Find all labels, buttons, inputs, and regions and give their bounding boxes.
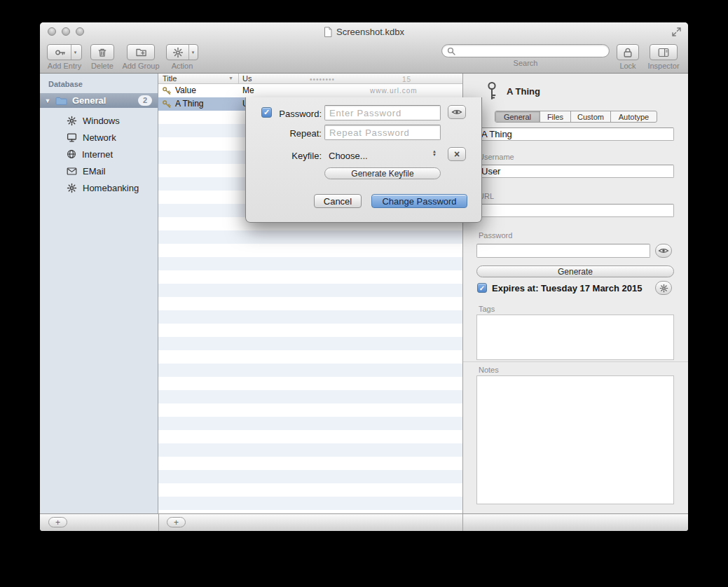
entry-list-empty-row — [158, 257, 462, 270]
column-header-username[interactable]: Us — [242, 74, 252, 83]
gear-icon — [67, 116, 77, 126]
toolbar-add-entry[interactable]: ▼ Add Entry — [46, 44, 83, 70]
cancel-button[interactable]: Cancel — [314, 194, 362, 208]
sidebar-item-label: EMail — [83, 166, 106, 177]
entry-list-empty-row — [158, 497, 462, 510]
keyfile-popup-button[interactable]: Choose... — [329, 151, 368, 161]
generate-password-button[interactable]: Generate — [476, 265, 674, 277]
inspector-panel-icon[interactable] — [650, 44, 678, 60]
dialog-reveal-password-button[interactable] — [448, 105, 466, 119]
dialog-password-input[interactable] — [324, 105, 441, 120]
entry-list-empty-row — [158, 457, 462, 470]
add-entry-plus-button[interactable]: + — [167, 517, 186, 527]
toolbar-add-group[interactable]: Add Group — [123, 44, 159, 70]
chevron-down-icon[interactable]: ▼ — [188, 45, 198, 60]
tab-autotype[interactable]: Autotype — [611, 111, 657, 122]
notes-label: Notes — [479, 366, 499, 374]
entry-list-empty-row — [158, 430, 462, 443]
tab-custom[interactable]: Custom — [571, 111, 611, 122]
peek-url: www.url.com — [370, 87, 418, 95]
gear-icon — [659, 284, 668, 293]
tags-field[interactable] — [476, 315, 674, 360]
entry-list-empty-row — [158, 310, 462, 324]
add-entry-label: Add Entry — [48, 62, 81, 70]
inspector-tabs: General Files Custom Autotype — [495, 111, 657, 123]
inspector-panel: A Thing General Files Custom Autotype Us… — [462, 74, 688, 513]
toolbar-action[interactable]: ▼ Action — [165, 44, 199, 70]
delete-label: Delete — [91, 62, 114, 70]
expires-checkbox[interactable]: ✓ — [477, 283, 487, 293]
pane-divider — [158, 514, 159, 531]
chevron-down-icon[interactable]: ▼ — [71, 45, 80, 60]
search-input[interactable] — [441, 44, 610, 57]
section-divider — [463, 361, 688, 362]
toolbar-search[interactable]: Search — [441, 44, 610, 67]
entry-list-empty-row — [158, 390, 462, 403]
notes-field[interactable] — [476, 375, 674, 504]
window-title: Screenshot.kdbx — [40, 26, 688, 38]
reveal-password-button[interactable] — [655, 244, 672, 258]
username-field[interactable] — [476, 165, 674, 178]
trash-icon[interactable] — [90, 44, 114, 60]
lock-icon[interactable] — [617, 44, 639, 60]
toolbar-delete[interactable]: Delete — [88, 44, 116, 70]
entry-list-empty-row — [158, 350, 462, 364]
entry-list-empty-row — [158, 230, 462, 244]
clear-keyfile-button[interactable]: × — [448, 147, 466, 161]
tab-files[interactable]: Files — [540, 111, 571, 122]
toolbar-inspector[interactable]: Inspector — [645, 44, 682, 70]
sidebar-section-label: Database — [48, 80, 158, 88]
sidebar-item-windows[interactable]: Windows — [40, 112, 158, 129]
action-label: Action — [172, 62, 193, 70]
gear-icon[interactable] — [167, 45, 188, 60]
sidebar-group-general[interactable]: ▼ General 2 — [40, 93, 158, 108]
sidebar-item-homebanking[interactable]: Homebanking — [40, 179, 158, 196]
url-field[interactable] — [476, 204, 674, 217]
entry-list-empty-row — [158, 324, 462, 337]
entry-list-empty-row — [158, 470, 462, 483]
entry-list-empty-row — [158, 377, 462, 390]
password-enabled-checkbox[interactable]: ✓ — [261, 107, 272, 118]
fullscreen-icon[interactable] — [671, 27, 682, 37]
key-icon — [162, 99, 171, 109]
tab-general[interactable]: General — [495, 111, 540, 122]
column-header-title[interactable]: Title — [163, 74, 177, 83]
password-label: Password — [479, 231, 512, 240]
folder-plus-icon[interactable] — [127, 44, 155, 60]
window-title-text: Screenshot.kdbx — [336, 27, 404, 37]
sidebar-item-network[interactable]: Network — [40, 129, 158, 146]
password-field[interactable] — [476, 244, 650, 258]
expires-settings-button[interactable] — [655, 281, 672, 295]
sidebar-item-label: Homebanking — [83, 183, 139, 193]
entry-list-empty-row — [158, 483, 462, 497]
dialog-repeat-input[interactable] — [324, 125, 441, 140]
sidebar-item-email[interactable]: EMail — [40, 163, 158, 179]
add-group-plus-button[interactable]: + — [48, 517, 67, 527]
dialog-repeat-label: Repeat: — [271, 128, 322, 139]
eye-icon — [451, 109, 462, 116]
entry-list-empty-row — [158, 284, 462, 297]
entry-list-empty-row — [158, 364, 462, 377]
inspector-label: Inspector — [647, 62, 679, 70]
entry-list-empty-row — [158, 443, 462, 457]
generate-keyfile-button[interactable]: Generate Keyfile — [324, 167, 441, 179]
entry-title: A Thing — [175, 99, 203, 109]
popup-stepper-icon[interactable]: ▲▼ — [432, 150, 437, 157]
entry-list-empty-row — [158, 297, 462, 310]
entry-list-empty-row — [158, 337, 462, 350]
expires-label: Expires at: Tuesday 17 March 2015 — [492, 283, 642, 294]
key-plus-icon[interactable] — [50, 45, 71, 60]
globe-icon — [67, 149, 76, 159]
sidebar-item-internet[interactable]: Internet — [40, 146, 158, 163]
toolbar-lock[interactable]: Lock — [614, 44, 641, 70]
peek-modified: 15 — [402, 76, 411, 83]
display-icon — [67, 132, 77, 142]
title-field[interactable] — [476, 127, 674, 141]
change-password-button[interactable]: Change Password — [371, 194, 467, 208]
username-label: Username — [479, 153, 514, 161]
disclosure-triangle-icon[interactable]: ▼ — [40, 97, 55, 104]
search-label: Search — [514, 59, 538, 67]
column-divider[interactable] — [238, 74, 239, 83]
entry-list-empty-row — [158, 270, 462, 284]
key-icon — [162, 86, 171, 95]
